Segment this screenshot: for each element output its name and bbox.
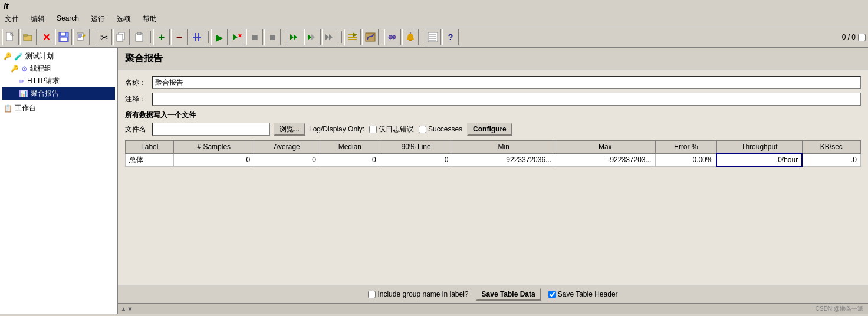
sidebar-item-thread-group[interactable]: 🔑 ⚙ 线程组	[2, 62, 115, 75]
add-button[interactable]: +	[153, 29, 170, 45]
sidebar: 🔑 🧪 测试计划 🔑 ⚙ 线程组 ✏ HTTP请求 📊 聚合报告 📋 工作台	[0, 48, 118, 314]
menu-file[interactable]: 文件	[2, 13, 21, 25]
open-button[interactable]	[20, 29, 37, 45]
separator-3	[206, 29, 210, 45]
copy-button[interactable]	[113, 29, 130, 45]
include-group-checkbox[interactable]	[368, 291, 376, 298]
name-label: 名称：	[125, 78, 149, 88]
thread-group-label: 线程组	[30, 64, 51, 74]
svg-rect-35	[410, 32, 411, 34]
flask-icon: 🧪	[14, 52, 23, 61]
separator-5	[340, 29, 343, 45]
separator-1	[91, 29, 94, 45]
col-kb: KB/sec	[802, 141, 860, 154]
include-group-label[interactable]: Include group name in label?	[368, 290, 468, 298]
save-button[interactable]	[55, 29, 72, 45]
table-header-row: Label # Samples Average Median 90% Line …	[126, 141, 861, 154]
status-icon: ▲▼	[120, 305, 133, 312]
log-display-label: Log/Display Only:	[309, 125, 364, 133]
cut-button[interactable]: ✂	[96, 29, 112, 45]
successes-checkbox-label[interactable]: Successes	[419, 125, 462, 133]
svg-rect-15	[137, 32, 141, 35]
close-button[interactable]: ✕	[38, 29, 54, 45]
workbench-icon: 📋	[4, 104, 12, 113]
save-table-data-button[interactable]: Save Table Data	[476, 288, 541, 301]
key-icon: 🔑	[4, 52, 12, 60]
sidebar-item-http-request[interactable]: ✏ HTTP请求	[2, 75, 115, 87]
name-row: 名称：	[125, 76, 861, 89]
sidebar-item-test-plan[interactable]: 🔑 🧪 测试计划	[2, 50, 115, 62]
svg-marker-22	[311, 34, 315, 40]
errors-checkbox[interactable]	[369, 126, 377, 133]
cell-max: -922337203...	[555, 153, 655, 166]
remote-stop-button[interactable]	[322, 29, 338, 45]
col-median: Median	[320, 141, 380, 154]
new-button[interactable]	[2, 29, 19, 45]
remote-run-button[interactable]	[287, 29, 303, 45]
menu-run[interactable]: 运行	[88, 13, 107, 25]
errors-label: 仅日志错误	[379, 124, 414, 134]
col-min: Min	[452, 141, 555, 154]
content-panel: 聚合报告 名称： 注释： 所有数据写入一个文件 文件名 浏览... Log/Di…	[118, 48, 868, 314]
app-title: It	[4, 1, 9, 11]
file-input[interactable]	[152, 123, 270, 136]
run-no-pause-button[interactable]	[229, 29, 245, 45]
name-input[interactable]	[152, 76, 861, 89]
stop-button[interactable]: ⏹	[246, 29, 263, 45]
browse-button[interactable]: 浏览...	[274, 123, 305, 136]
sidebar-item-workbench[interactable]: 📋 工作台	[2, 102, 115, 114]
separator-2	[149, 29, 152, 45]
successes-checkbox[interactable]	[419, 126, 426, 133]
edit-button[interactable]	[73, 29, 90, 45]
comment-input[interactable]	[152, 93, 861, 106]
save-header-checkbox[interactable]	[548, 291, 556, 298]
function-button[interactable]	[362, 29, 379, 45]
svg-rect-3	[24, 34, 27, 36]
toolbar-checkbox[interactable]	[858, 34, 866, 41]
cell-90line: 0	[380, 153, 452, 166]
key-icon-2: 🔑	[11, 65, 19, 73]
remote-options-button[interactable]	[304, 29, 321, 45]
reset-button[interactable]	[402, 29, 419, 45]
search-button[interactable]	[384, 29, 401, 45]
sidebar-item-aggregate-report[interactable]: 📊 聚合报告	[2, 87, 115, 100]
stop-now-button[interactable]: ⏹	[264, 29, 281, 45]
save-header-label[interactable]: Save Table Header	[548, 290, 618, 298]
toolbar-count: 0 / 0	[842, 33, 866, 41]
list-button[interactable]	[425, 29, 441, 45]
clear-button[interactable]	[344, 29, 361, 45]
svg-rect-34	[409, 40, 412, 41]
svg-rect-13	[117, 34, 123, 41]
help-button[interactable]: ?	[442, 29, 459, 45]
col-90line: 90% Line	[380, 141, 452, 154]
svg-rect-6	[60, 37, 67, 41]
log-options: Log/Display Only: 仅日志错误 Successes Config…	[309, 123, 512, 136]
menu-bar: 文件 编辑 Search 运行 选项 帮助	[0, 12, 868, 27]
count-label: 0 / 0	[842, 33, 856, 41]
svg-rect-36	[428, 32, 438, 42]
report-icon: 📊	[19, 90, 28, 97]
watermark: CSDN @懒鸟一派	[813, 304, 866, 314]
col-max: Max	[555, 141, 655, 154]
workbench-label: 工作台	[15, 103, 36, 113]
cell-throughput: .0/hour	[716, 153, 802, 166]
save-header-text: Save Table Header	[558, 290, 618, 298]
file-label: 文件名	[125, 124, 149, 134]
col-throughput: Throughput	[716, 141, 802, 154]
configure-button[interactable]: Configure	[467, 123, 512, 136]
menu-help[interactable]: 帮助	[140, 13, 159, 25]
svg-marker-16	[233, 34, 238, 40]
plugin-button[interactable]	[189, 29, 205, 45]
http-icon: ✏	[19, 77, 25, 85]
svg-rect-33	[392, 37, 394, 38]
menu-search[interactable]: Search	[54, 13, 81, 25]
file-row: 文件名 浏览... Log/Display Only: 仅日志错误 Succes…	[125, 123, 861, 136]
paste-button[interactable]	[131, 29, 147, 45]
menu-options[interactable]: 选项	[114, 13, 133, 25]
run-button[interactable]: ▶	[211, 29, 228, 45]
cell-average: 0	[254, 153, 320, 166]
remove-button[interactable]: −	[171, 29, 188, 45]
col-label: Label	[126, 141, 174, 154]
errors-checkbox-label[interactable]: 仅日志错误	[369, 124, 414, 134]
menu-edit[interactable]: 编辑	[28, 13, 47, 25]
